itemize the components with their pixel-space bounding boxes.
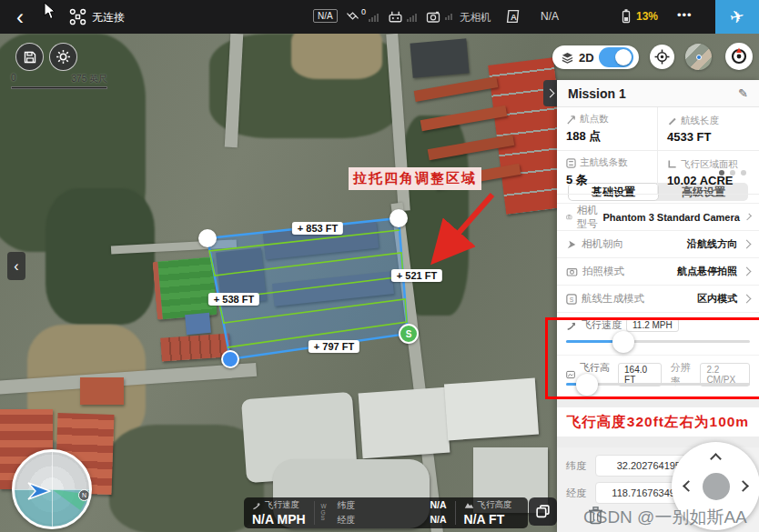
- speed-slider-track[interactable]: [566, 340, 750, 343]
- drone-icon: [69, 8, 86, 25]
- 2d-label: 2D: [579, 51, 594, 65]
- mission-settings-button[interactable]: [49, 43, 77, 71]
- gear-icon: [56, 49, 71, 65]
- telemetry-altitude: 飞行高度 N/A FT: [456, 497, 521, 528]
- map-dark-building: [410, 38, 469, 77]
- minimap-button[interactable]: [685, 44, 712, 70]
- camera-icon: [426, 10, 440, 24]
- clipboard-status-icon: A: [506, 8, 521, 25]
- gps-count: 0: [361, 7, 366, 16]
- altitude-slider-row: 飞行高度 164.0 FT 分辨率 2.2 CM/PX: [557, 356, 759, 398]
- dpad-left-button[interactable]: [683, 480, 694, 492]
- plane-icon: ✈: [728, 5, 746, 29]
- compass-north-badge: N: [78, 489, 90, 501]
- takeoff-button[interactable]: ✈: [715, 0, 759, 34]
- map-mode-pill: 2D: [552, 45, 639, 69]
- pen-icon: [667, 115, 677, 125]
- satellite-icon: [346, 9, 359, 23]
- more-menu-button[interactable]: •••: [677, 8, 693, 22]
- svg-text:A: A: [511, 12, 517, 22]
- map-red-houses: [80, 377, 124, 405]
- plus-icon: +: [314, 341, 319, 352]
- stat-waypoints: 航点数 188 点: [557, 107, 658, 151]
- map-white-building: [359, 387, 450, 459]
- setting-route-mode[interactable]: S 航线生成模式区内模式: [557, 286, 759, 313]
- edge-length-label[interactable]: +853 FT: [292, 222, 343, 235]
- mission-title: Mission 1: [568, 86, 738, 101]
- ruler-icon: [667, 159, 677, 169]
- speed-slider-row: 飞行速度 11.2 MPH: [557, 313, 759, 356]
- waypoint-icon: [566, 115, 576, 125]
- edge-length-label[interactable]: +521 FT: [391, 269, 442, 282]
- duplicate-mission-button[interactable]: [529, 497, 557, 526]
- panel-collapse-tab[interactable]: [543, 80, 557, 106]
- altitude-slider-thumb[interactable]: [576, 374, 598, 396]
- dpad-up-button[interactable]: [710, 453, 722, 465]
- watermark: CSDN @一别如斯AA: [583, 506, 747, 529]
- layers-icon: [561, 51, 574, 65]
- scale-start: 0: [11, 73, 16, 85]
- save-icon: [23, 50, 37, 65]
- area-handle-top-right[interactable]: [390, 209, 408, 227]
- speed-slider-thumb[interactable]: [612, 331, 634, 353]
- setting-capture-mode[interactable]: 拍照模式航点悬停拍照: [557, 258, 759, 286]
- altitude-icon: [566, 369, 575, 380]
- plus-icon: +: [214, 294, 219, 305]
- telemetry-speed: 飞行速度 N/A MPH: [244, 497, 314, 528]
- drone-mission-planner: { "icons": {"back": "‹", "more": "•••", …: [0, 0, 759, 532]
- tutorial-annotation: 拉托四角调整区域: [349, 167, 481, 190]
- left-panel-collapse-button[interactable]: ‹: [7, 252, 25, 280]
- locate-me-button[interactable]: [650, 45, 674, 69]
- edge-length-label[interactable]: +538 FT: [208, 293, 259, 306]
- page-dot[interactable]: [730, 170, 735, 176]
- camera-status: 无相机: [460, 11, 491, 25]
- flight-mode-badge: N/A: [313, 9, 338, 23]
- minimap-position-dot: [696, 55, 702, 60]
- dpad-right-button[interactable]: [737, 480, 749, 492]
- wgs-label: WGS: [321, 504, 329, 522]
- save-mission-button[interactable]: [15, 43, 44, 71]
- stats-page-dots[interactable]: [719, 170, 746, 176]
- longitude-label: 经度: [566, 487, 590, 500]
- copy-icon: [535, 504, 551, 519]
- map-red-roof: [420, 105, 508, 131]
- aircraft-arrow-icon: [26, 481, 54, 501]
- chevron-right-icon: [546, 89, 555, 98]
- edit-mission-icon[interactable]: ✎: [738, 86, 748, 100]
- stat-route-length: 航线长度 4533 FT: [658, 107, 759, 151]
- edge-length-label[interactable]: +797 FT: [309, 340, 359, 353]
- area-handle-top-left[interactable]: [198, 229, 217, 247]
- rc-battery-status: N/A: [541, 10, 559, 23]
- 2d-toggle[interactable]: [599, 47, 633, 67]
- map-white-building: [444, 378, 539, 441]
- chevron-right-icon: [743, 240, 752, 249]
- start-point-marker[interactable]: S: [399, 324, 419, 344]
- connection-status: 无连接: [92, 10, 125, 25]
- setting-camera-model[interactable]: 相机型号Phantom 3 Standard Camera: [557, 204, 759, 231]
- map-trees: [46, 188, 155, 325]
- mouse-cursor: [44, 2, 56, 20]
- speed-icon: [566, 320, 577, 331]
- map-scale-bar: 0375 英尺: [11, 73, 107, 89]
- chevron-right-icon: [743, 295, 752, 304]
- crosshair-icon: [654, 49, 670, 65]
- area-handle-bottom-left[interactable]: [221, 350, 239, 368]
- scale-bar-line: [11, 86, 107, 89]
- setting-camera-heading[interactable]: 相机朝向沿航线方向: [557, 231, 759, 258]
- stat-main-lines: 主航线条数 5 条: [557, 151, 658, 195]
- map-basketball-court: [185, 313, 211, 335]
- plus-icon: +: [298, 223, 303, 234]
- remote-controller-icon: [388, 9, 403, 25]
- battery-percent: 13%: [636, 10, 658, 23]
- back-button[interactable]: ‹: [9, 2, 31, 32]
- page-dot-active[interactable]: [719, 170, 724, 176]
- heading-compass-icon: [729, 46, 749, 66]
- camera-signal-bars: [445, 14, 452, 20]
- speed-value: 11.2 MPH: [626, 318, 679, 332]
- dpad-center-button[interactable]: [703, 473, 730, 500]
- panel-spacer: [557, 398, 759, 407]
- page-dot[interactable]: [741, 170, 746, 176]
- mission-stats: 航点数 188 点 航线长度 4533 FT 主航线条数 5 条 飞行区域面积 …: [557, 107, 759, 180]
- aircraft-heading-button[interactable]: [725, 43, 753, 70]
- route-lines-icon: [566, 158, 576, 168]
